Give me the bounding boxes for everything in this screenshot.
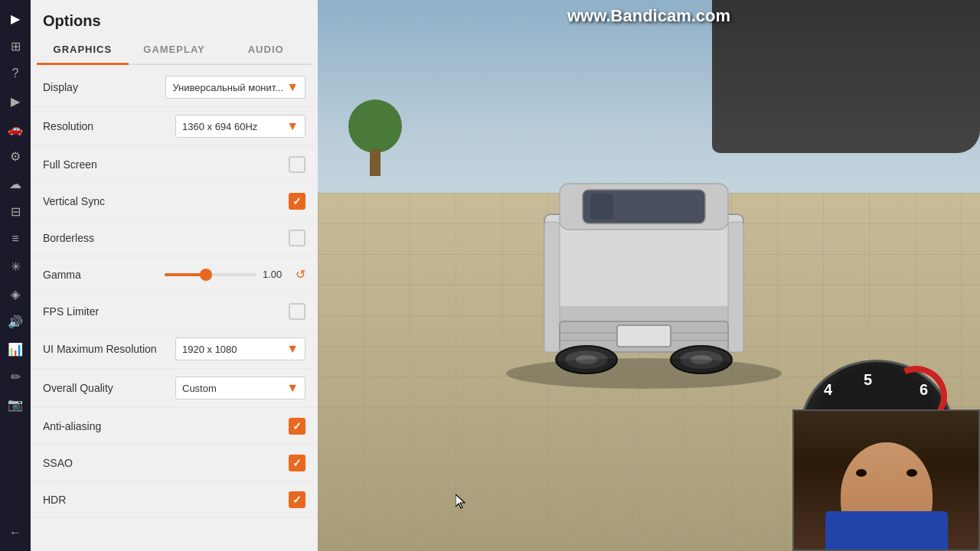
setting-hdr: HDR (31, 481, 318, 518)
fullscreen-checkbox[interactable] (289, 156, 305, 173)
overall-quality-arrow-icon: ▼ (286, 381, 299, 395)
hdr-checkbox[interactable] (289, 491, 305, 508)
svg-rect-7 (617, 325, 671, 347)
ui-max-res-dropdown[interactable]: 1920 x 1080 ▼ (175, 337, 305, 360)
tab-gameplay[interactable]: GAMEPLAY (129, 36, 220, 64)
setting-display: Display Универсальный монит... ▼ (31, 68, 318, 107)
options-panel: Options GRAPHICS GAMEPLAY AUDIO Display … (31, 0, 318, 551)
sidebar-icon-play[interactable]: ▶ (3, 6, 28, 31)
setting-ui-max-res: UI Maximum Resolution 1920 x 1080 ▼ (31, 330, 318, 369)
display-arrow-icon: ▼ (286, 80, 299, 94)
ssao-control (289, 455, 305, 471)
display-value: Универсальный монит... (172, 82, 283, 93)
overall-quality-value: Custom (182, 383, 283, 394)
display-dropdown[interactable]: Универсальный монит... ▼ (165, 76, 305, 99)
tree-decoration (345, 99, 406, 176)
svg-rect-3 (728, 222, 743, 352)
sidebar-icon-chart[interactable]: 📊 (3, 337, 28, 361)
game-structure (712, 0, 980, 153)
vsync-checkbox[interactable] (289, 193, 305, 210)
setting-anti-aliasing: Anti-aliasing (31, 408, 318, 445)
sidebar-icon-coins[interactable]: ◈ (3, 282, 28, 306)
resolution-dropdown[interactable]: 1360 x 694 60Hz ▼ (175, 115, 305, 138)
anti-aliasing-label: Anti-aliasing (43, 420, 289, 432)
setting-fullscreen: Full Screen (31, 146, 318, 183)
ui-max-res-arrow-icon: ▼ (286, 342, 299, 356)
gamma-slider-track[interactable] (165, 273, 256, 276)
display-control: Универсальный монит... ▼ (165, 76, 305, 99)
sidebar-icon-cloud[interactable]: ☁ (3, 171, 28, 196)
resolution-label: Resolution (43, 120, 175, 132)
ui-max-res-value: 1920 x 1080 (182, 344, 283, 355)
overall-quality-label: Overall Quality (43, 382, 175, 394)
anti-aliasing-checkbox[interactable] (289, 418, 305, 435)
webcam-overlay (792, 409, 980, 551)
resolution-control: 1360 x 694 60Hz ▼ (175, 115, 305, 138)
tree-top (348, 99, 402, 153)
setting-vsync: Vertical Sync (31, 183, 318, 220)
setting-fps-limiter: FPS Limiter (31, 293, 318, 330)
tab-audio[interactable]: AUDIO (220, 36, 312, 64)
overall-quality-dropdown[interactable]: Custom ▼ (175, 377, 305, 399)
svg-rect-2 (544, 222, 560, 352)
gamma-control: 1.00 ↺ (165, 267, 305, 282)
gamma-value: 1.00 (263, 269, 289, 280)
sidebar-icon-layers[interactable]: ⊞ (3, 34, 28, 58)
sidebar-icon-back[interactable]: ← (3, 520, 28, 545)
game-viewport: www.Bandicam.com 3 4 5 6 0 (318, 0, 980, 551)
ui-max-res-label: UI Maximum Resolution (43, 343, 175, 355)
borderless-label: Borderless (43, 232, 289, 244)
ssao-checkbox[interactable] (289, 455, 305, 471)
svg-rect-10 (590, 194, 613, 220)
setting-resolution: Resolution 1360 x 694 60Hz ▼ (31, 107, 318, 146)
anti-aliasing-control (289, 418, 305, 435)
gamma-label: Gamma (43, 269, 165, 281)
gamma-slider-thumb[interactable] (200, 269, 212, 281)
setting-overall-quality: Overall Quality Custom ▼ (31, 369, 318, 408)
hdr-label: HDR (43, 494, 289, 506)
face-eyes (856, 469, 917, 477)
sidebar-icon-car[interactable]: 🚗 (3, 116, 28, 141)
fps-limiter-label: FPS Limiter (43, 305, 289, 318)
setting-gamma: Gamma 1.00 ↺ (31, 256, 318, 293)
sidebar-icon-gear[interactable]: ⚙ (3, 144, 28, 168)
setting-ssao: SSAO (31, 445, 318, 481)
vsync-label: Vertical Sync (43, 195, 289, 207)
sidebar-icon-grid[interactable]: ⊟ (3, 199, 28, 223)
tree-trunk (370, 149, 381, 176)
sidebar-icon-video[interactable]: ▶ (3, 89, 28, 113)
watermark: www.Bandicam.com (567, 6, 730, 26)
eye-right (906, 469, 917, 477)
webcam-face (794, 411, 978, 549)
sidebar-icon-camera[interactable]: 📷 (3, 392, 28, 416)
speedo-label-4: 4 (824, 381, 832, 399)
vsync-control (289, 193, 305, 210)
options-title: Options (31, 0, 318, 36)
borderless-control (289, 230, 305, 246)
sidebar-icon-brush[interactable]: ✏ (3, 364, 28, 389)
fps-limiter-control (289, 303, 305, 320)
hdr-control (289, 491, 305, 508)
display-label: Display (43, 81, 165, 93)
sidebar: ▶ ⊞ ? ▶ 🚗 ⚙ ☁ ⊟ ≡ ✳ ◈ 🔊 📊 ✏ 📷 ← (0, 0, 31, 551)
sidebar-icon-sliders[interactable]: ≡ (3, 227, 28, 251)
ui-max-res-control: 1920 x 1080 ▼ (175, 337, 305, 360)
shirt (825, 511, 948, 549)
fps-limiter-checkbox[interactable] (289, 303, 305, 320)
settings-list: Display Универсальный монит... ▼ Resolut… (31, 65, 318, 521)
fullscreen-control (289, 156, 305, 173)
eye-left (856, 469, 867, 477)
borderless-checkbox[interactable] (289, 230, 305, 246)
sidebar-icon-volume[interactable]: 🔊 (3, 309, 28, 334)
overall-quality-control: Custom ▼ (175, 377, 305, 399)
tab-graphics[interactable]: GRAPHICS (37, 36, 129, 65)
resolution-arrow-icon: ▼ (286, 119, 299, 133)
sidebar-icon-help[interactable]: ? (3, 61, 28, 86)
truck-svg (483, 168, 805, 413)
speedo-label-5: 5 (864, 371, 872, 389)
ssao-label: SSAO (43, 457, 289, 469)
setting-borderless: Borderless (31, 220, 318, 256)
sidebar-icon-asterisk[interactable]: ✳ (3, 254, 28, 279)
truck-vehicle (483, 168, 805, 413)
gamma-reset-icon[interactable]: ↺ (296, 267, 305, 282)
